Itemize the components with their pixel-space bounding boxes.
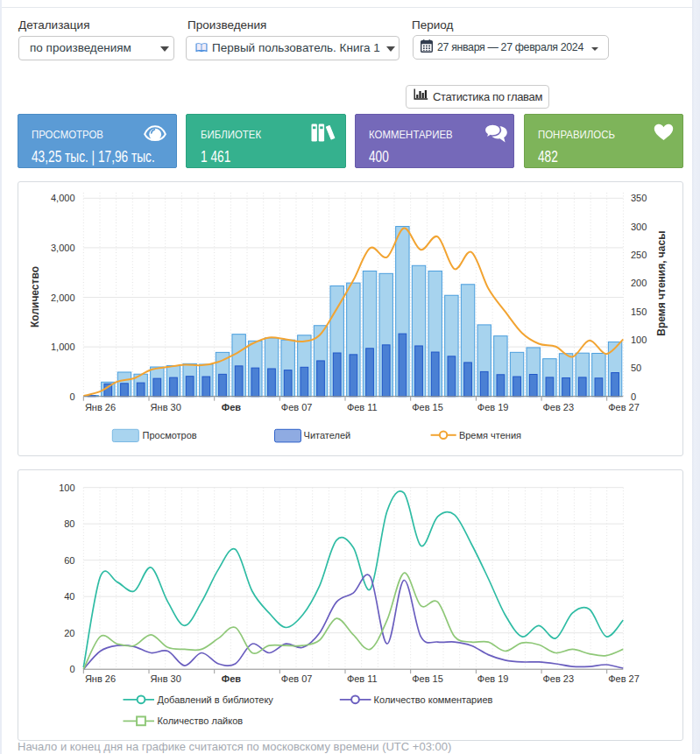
svg-text:Фев 27: Фев 27 bbox=[608, 402, 640, 412]
svg-text:Фев 15: Фев 15 bbox=[412, 402, 443, 412]
svg-text:Фев 23: Фев 23 bbox=[542, 673, 574, 684]
svg-text:100: 100 bbox=[631, 335, 647, 345]
svg-text:Время чтения: Время чтения bbox=[459, 430, 521, 440]
svg-text:Фев 23: Фев 23 bbox=[542, 402, 574, 412]
svg-text:200: 200 bbox=[631, 278, 647, 288]
svg-text:Янв 26: Янв 26 bbox=[85, 402, 116, 412]
svg-text:Добавлений в библиотеку: Добавлений в библиотеку bbox=[157, 694, 273, 705]
svg-text:Янв 30: Янв 30 bbox=[151, 402, 181, 412]
svg-text:2,000: 2,000 bbox=[51, 292, 75, 303]
svg-text:250: 250 bbox=[631, 250, 647, 260]
svg-text:1,000: 1,000 bbox=[51, 342, 75, 352]
svg-text:100: 100 bbox=[59, 483, 74, 493]
svg-text:0: 0 bbox=[69, 391, 74, 402]
svg-text:Количество комментариев: Количество комментариев bbox=[374, 694, 493, 705]
svg-text:Просмотров: Просмотров bbox=[143, 430, 197, 440]
svg-text:Фев: Фев bbox=[222, 673, 242, 684]
svg-text:Фев 11: Фев 11 bbox=[347, 673, 378, 684]
svg-text:Время чтения, часы: Время чтения, часы bbox=[656, 231, 668, 336]
svg-text:20: 20 bbox=[64, 628, 74, 638]
svg-text:Фев 19: Фев 19 bbox=[477, 673, 509, 684]
svg-text:4,000: 4,000 bbox=[51, 193, 75, 203]
svg-text:Фев 07: Фев 07 bbox=[281, 402, 313, 412]
svg-text:350: 350 bbox=[631, 193, 647, 203]
svg-text:Количество лайков: Количество лайков bbox=[157, 715, 243, 726]
svg-text:Фев 27: Фев 27 bbox=[608, 673, 640, 684]
svg-text:Фев 07: Фев 07 bbox=[281, 673, 313, 684]
svg-text:0: 0 bbox=[69, 664, 74, 674]
svg-text:Янв 30: Янв 30 bbox=[151, 673, 181, 684]
svg-text:150: 150 bbox=[631, 307, 647, 317]
svg-text:Читателей: Читателей bbox=[304, 430, 351, 440]
svg-text:3,000: 3,000 bbox=[51, 243, 75, 253]
svg-text:300: 300 bbox=[631, 222, 647, 232]
svg-text:Фев 19: Фев 19 bbox=[477, 402, 509, 412]
svg-text:40: 40 bbox=[64, 591, 74, 602]
svg-text:80: 80 bbox=[64, 518, 74, 529]
svg-text:0: 0 bbox=[631, 391, 636, 402]
svg-text:50: 50 bbox=[631, 363, 641, 373]
svg-text:Фев 11: Фев 11 bbox=[347, 402, 378, 412]
svg-text:Фев 15: Фев 15 bbox=[412, 673, 443, 684]
svg-text:Янв 26: Янв 26 bbox=[85, 673, 116, 684]
svg-text:60: 60 bbox=[64, 555, 74, 566]
svg-text:Фев: Фев bbox=[222, 402, 242, 412]
svg-text:Количество: Количество bbox=[29, 266, 41, 328]
